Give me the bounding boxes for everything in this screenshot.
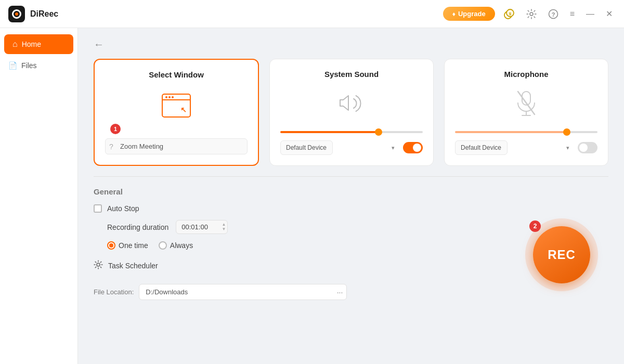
app-logo-inner xyxy=(12,9,21,19)
system-sound-title: System Sound xyxy=(324,70,379,79)
always-label: Always xyxy=(170,241,193,250)
microphone-slider[interactable] xyxy=(455,131,597,133)
window-preview-icon: ↖ xyxy=(162,94,191,118)
upgrade-label: Upgrade xyxy=(458,10,486,18)
duration-down-arrow[interactable]: ▼ xyxy=(222,227,226,231)
general-section-title: General xyxy=(94,187,608,196)
duration-arrows: ▲ ▼ xyxy=(222,223,226,231)
rec-button[interactable]: REC xyxy=(533,226,590,283)
minimize-button[interactable]: — xyxy=(583,7,597,21)
content-area: ← Select Window ↖ xyxy=(78,28,624,364)
back-button[interactable]: ← xyxy=(94,38,104,50)
window-help-icon: ? xyxy=(109,142,113,151)
window-dropdown-wrap: ? Zoom Meeting xyxy=(105,138,248,154)
auto-stop-checkbox[interactable] xyxy=(94,204,102,213)
file-path-dots-button[interactable]: ··· xyxy=(337,288,343,296)
title-bar-left: DiReec xyxy=(8,6,58,22)
task-scheduler-gear-icon xyxy=(94,260,103,271)
sound-icon-wrap xyxy=(338,87,365,119)
microphone-title: Microphone xyxy=(504,70,549,79)
select-window-badge: 1 xyxy=(110,124,121,134)
system-sound-device-row: Default Device xyxy=(280,140,423,155)
menu-icon: ≡ xyxy=(570,9,575,19)
close-button[interactable]: ✕ xyxy=(603,7,616,21)
system-sound-device-wrap: Default Device xyxy=(280,140,399,155)
system-sound-device-select[interactable]: Default Device xyxy=(280,140,333,155)
cards-row: Select Window ↖ 1 xyxy=(94,59,608,166)
system-sound-toggle[interactable] xyxy=(403,142,423,153)
one-time-radio-dot xyxy=(109,243,113,248)
minimize-icon: — xyxy=(586,9,594,19)
select-window-card[interactable]: Select Window ↖ 1 xyxy=(94,59,259,166)
always-radio[interactable]: Always xyxy=(159,241,193,250)
microphone-device-select[interactable]: Default Device xyxy=(455,140,508,155)
rec-button-wrap: REC 2 xyxy=(525,218,598,291)
recording-duration-label: Recording duration xyxy=(107,223,168,231)
home-icon: ⌂ xyxy=(12,40,18,49)
app-logo-dot xyxy=(15,12,18,16)
help-icon: ? xyxy=(548,9,558,19)
title-bar: DiReec ♦ Upgrade $ ? ≡ xyxy=(0,0,624,28)
system-sound-toggle-knob xyxy=(413,144,421,152)
svg-point-3 xyxy=(530,12,533,16)
rec-button-outer: REC 2 xyxy=(525,218,598,291)
one-time-radio[interactable]: One time xyxy=(107,241,148,250)
section-divider xyxy=(94,176,608,177)
title-bar-right: ♦ Upgrade $ ? ≡ — xyxy=(443,6,616,22)
one-time-radio-button[interactable] xyxy=(107,241,115,250)
sidebar-item-home[interactable]: ⌂ Home xyxy=(4,34,73,54)
app-name: DiReec xyxy=(30,9,58,19)
microphone-device-wrap: Default Device xyxy=(455,140,574,155)
svg-point-10 xyxy=(97,263,100,266)
svg-text:$: $ xyxy=(509,11,511,16)
system-sound-volume-wrap xyxy=(280,126,423,135)
settings-icon-button[interactable] xyxy=(523,7,540,21)
task-scheduler-label: Task Scheduler xyxy=(108,262,158,270)
file-location-label: File Location: xyxy=(94,288,134,296)
auto-stop-row: Auto Stop xyxy=(94,204,608,213)
microphone-toggle-knob xyxy=(579,144,588,152)
system-sound-card: System Sound Defau xyxy=(269,59,434,166)
back-icon: ← xyxy=(94,38,104,50)
settings-icon xyxy=(526,9,537,19)
microphone-device-row: Default Device xyxy=(455,140,597,155)
rec-button-label: REC xyxy=(548,248,576,262)
files-icon: 📄 xyxy=(8,61,17,70)
window-dropdown[interactable]: Zoom Meeting xyxy=(105,138,248,154)
duration-up-arrow[interactable]: ▲ xyxy=(222,223,226,227)
auto-stop-label: Auto Stop xyxy=(107,204,139,213)
app-logo xyxy=(8,6,25,22)
sidebar-item-files-label: Files xyxy=(21,61,37,70)
sidebar-item-files[interactable]: 📄 Files xyxy=(0,56,77,75)
sidebar: ⌂ Home 📄 Files xyxy=(0,28,78,364)
recording-duration-input[interactable] xyxy=(176,220,228,234)
upgrade-button[interactable]: ♦ Upgrade xyxy=(443,7,495,21)
microphone-card: Microphone xyxy=(444,59,608,166)
one-time-label: One time xyxy=(119,241,148,250)
always-radio-button[interactable] xyxy=(159,241,167,250)
select-window-title: Select Window xyxy=(149,70,204,79)
coins-icon-button[interactable]: $ xyxy=(500,6,518,22)
mic-icon-wrap xyxy=(515,87,538,119)
help-icon-button[interactable]: ? xyxy=(545,7,562,21)
file-path-wrap: ··· xyxy=(139,284,347,300)
general-section: General Auto Stop Recording duration ▲ ▼ xyxy=(94,187,608,300)
mic-icon xyxy=(515,89,538,116)
microphone-volume-wrap xyxy=(455,126,597,135)
diamond-icon: ♦ xyxy=(452,10,456,18)
main-layout: ⌂ Home 📄 Files ← Select Window xyxy=(0,28,624,364)
svg-text:?: ? xyxy=(551,11,555,18)
close-icon: ✕ xyxy=(606,9,613,19)
file-path-input[interactable] xyxy=(139,284,347,300)
microphone-toggle[interactable] xyxy=(578,142,597,153)
sidebar-item-home-label: Home xyxy=(22,40,41,48)
rec-badge: 2 xyxy=(529,220,541,232)
sound-icon xyxy=(338,92,365,114)
menu-button[interactable]: ≡ xyxy=(567,7,578,21)
coins-icon: $ xyxy=(503,8,515,20)
recording-duration-input-wrap: ▲ ▼ xyxy=(176,220,228,234)
system-sound-slider[interactable] xyxy=(280,131,423,133)
